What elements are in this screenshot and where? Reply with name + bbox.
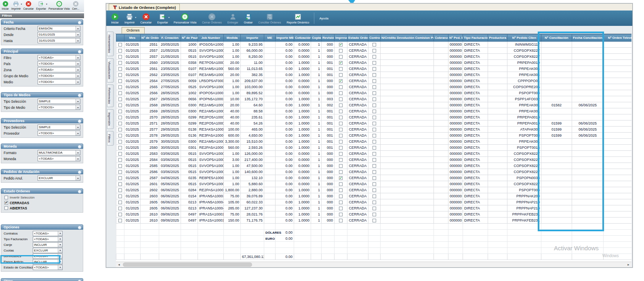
column-header-orden[interactable]: Nº de Orden [141,34,159,42]
column-header-productora[interactable]: Productora [488,34,507,42]
control-checkbox[interactable] [373,73,376,77]
impresa-checkbox[interactable] [339,122,343,125]
impresa-checkbox[interactable] [339,116,343,119]
toolbar-button-ayuda[interactable]: Ayuda [317,11,331,25]
column-header-rev[interactable]: Revisión [322,34,335,42]
impresa-checkbox[interactable] [339,182,343,186]
chevron-down-icon[interactable]: ▼ [76,125,80,129]
control-checkbox[interactable] [373,152,376,156]
tab-ordenes[interactable]: Ordenes [122,27,145,34]
sidebar-toolbar-button-cerrar[interactable]: Cerr... [71,0,80,11]
combo-criterio-fecha[interactable]: EMISIÓN▼ [38,26,80,31]
chevron-down-icon[interactable]: ▼ [76,32,80,37]
order-row[interactable]: 01/2025255721/05/20250515SVVOP5A100011.0… [116,48,632,54]
order-row[interactable]: 01/2025257028/05/20250299RE2PO5A1000140.… [116,114,632,120]
impresa-checkbox[interactable] [339,219,343,222]
invertir-checkbox[interactable] [4,196,8,199]
impresa-checkbox[interactable] [339,85,343,89]
combo-hasta[interactable]: 31/01/2025▼ [38,38,80,43]
order-row[interactable]: 01/2025258704/06/20250235RE8PE5A100011.0… [116,175,632,181]
row-select-checkbox[interactable] [118,116,122,119]
control-checkbox[interactable] [373,146,376,150]
combo-bonificables[interactable]: EXCLUIR▼ [33,254,63,259]
estado-option-abiertas[interactable]: ABIERTAS [4,205,80,211]
combo-tipo-seleccion[interactable]: SIMPLE▼ [38,125,80,130]
row-select-checkbox[interactable] [118,97,122,101]
row-select-checkbox[interactable] [118,43,122,46]
window-title-tab[interactable]: Listado de Ordenes (Completo) [109,4,180,11]
column-header-importe_me[interactable]: Importe ME [276,34,294,42]
row-select-checkbox[interactable] [118,170,122,174]
toolbar-button-cancelar[interactable]: Cancelar [138,11,154,25]
toolbar-button-personalizar-vista[interactable]: Personalizar Vista [171,11,199,25]
order-row[interactable]: 01/2025255120/05/20251000IPOSO5A100021.0… [116,42,632,48]
control-checkbox[interactable] [373,79,376,83]
row-select-checkbox[interactable] [118,67,122,71]
control-checkbox[interactable] [373,116,376,119]
panel-toggle-icon[interactable] [78,190,81,193]
side-tab-impresion[interactable]: Impresión [107,109,114,129]
row-select-checkbox[interactable] [118,55,122,59]
row-select-checkbox[interactable] [118,158,122,162]
order-row[interactable]: 01/2025258303/06/20250515SVVOP5A100011.0… [116,151,632,157]
order-row[interactable]: 01/2025257829/05/20250136RE3PA5A10001600… [116,133,632,139]
order-row[interactable]: 01/2025261009/06/20250497IPRA15A1000175.… [116,211,632,218]
chevron-down-icon[interactable]: ▼ [76,99,80,104]
combo-tipo-seleccion[interactable]: SIMPLE▼ [38,99,80,104]
combo-tipo-de-medio[interactable]: <TODOS>▼ [38,105,80,110]
impresa-checkbox[interactable] [339,104,343,107]
row-select-checkbox[interactable] [118,73,122,77]
dropdown-caret-icon[interactable]: ▼ [168,16,170,19]
chevron-down-icon[interactable]: ▼ [76,131,80,135]
control-checkbox[interactable] [373,164,376,168]
column-header-pedclien[interactable]: Nº Pedido Clien [507,34,541,42]
impresa-checkbox[interactable]: ✔ [339,176,343,180]
row-select-checkbox[interactable] [118,110,122,113]
row-select-checkbox[interactable] [118,182,122,186]
order-row[interactable]: 01/2025260206/06/20250284RE2PA5A100011,8… [116,187,632,193]
order-row[interactable]: 01/2025256928/05/20250300RE2AM5A1000140.… [116,108,632,114]
impresa-checkbox[interactable] [339,91,343,95]
impresa-checkbox[interactable] [339,110,343,113]
row-select-checkbox[interactable] [118,213,122,216]
impresa-checkbox[interactable]: ✔ [339,79,343,83]
control-checkbox[interactable] [373,61,376,65]
row-select-checkbox[interactable] [118,188,122,192]
combo-canje[interactable]: INCLUIR▼ [33,242,63,247]
panel-toggle-icon[interactable] [78,120,81,123]
column-header-ncredito[interactable]: N/Crédito Devolución Comision Prov. [381,34,434,42]
toolbar-button-reporte-dinamico[interactable]: Reporte Dinámico [284,11,311,25]
control-checkbox[interactable] [373,176,376,180]
column-header-impresa[interactable]: Impresa [335,34,347,42]
scroll-track[interactable] [122,262,625,267]
control-checkbox[interactable] [373,91,376,95]
impresa-checkbox[interactable] [339,164,343,168]
control-checkbox[interactable] [373,85,376,89]
impresa-checkbox[interactable] [339,67,343,71]
order-row[interactable]: 01/2025256828/05/20250300RE2AM5A1000120.… [116,102,632,108]
panel-toggle-icon[interactable] [78,280,81,281]
row-select-checkbox[interactable] [118,207,122,210]
combo-desde[interactable]: 01/01/2025▼ [38,32,80,37]
order-row[interactable]: 01/2025258503/06/20250515SVVOP5A100011.0… [116,163,632,169]
impresa-checkbox[interactable] [339,55,343,59]
combo-zona[interactable]: <TODAS>▼ [38,67,80,72]
impresa-checkbox[interactable] [339,73,343,77]
checked-checkbox[interactable]: ✔ [4,201,8,205]
control-checkbox[interactable] [373,140,376,144]
sidebar-toolbar-button-exportar[interactable]: ▼Exportar [35,0,47,11]
filter-panel-otros[interactable]: Otros [1,278,83,281]
order-row[interactable]: 01/2025256123/05/20250107RE3AM5A10002560… [116,66,632,72]
side-tab-referencias[interactable]: Referencias [107,85,114,107]
impresa-checkbox[interactable] [339,213,343,216]
panel-toggle-icon[interactable] [78,226,81,229]
control-checkbox[interactable] [373,207,376,210]
chevron-down-icon[interactable]: ▼ [76,55,80,60]
combo-proveedor[interactable]: <TODOS>▼ [38,131,80,136]
order-row[interactable]: 01/2025256223/05/20250107RE3AM5A1000220.… [116,72,632,78]
combo-medio[interactable]: <TODOS>▼ [38,79,80,85]
impresa-checkbox[interactable] [339,49,343,53]
control-checkbox[interactable] [373,158,376,162]
chevron-down-icon[interactable]: ▼ [76,80,80,84]
combo-contratos[interactable]: <TODAS>▼ [33,231,63,236]
